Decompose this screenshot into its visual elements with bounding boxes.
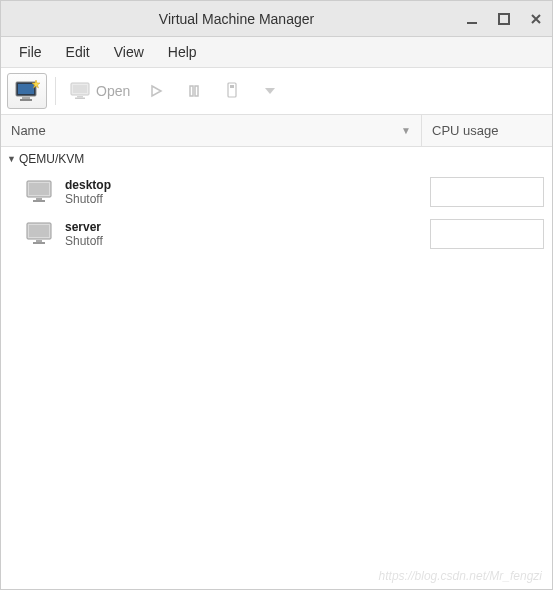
shutdown-button[interactable] — [214, 73, 250, 109]
vm-row[interactable]: server Shutoff — [1, 213, 552, 255]
monitor-icon — [70, 82, 92, 100]
menubar: File Edit View Help — [1, 37, 552, 67]
svg-marker-16 — [265, 88, 275, 94]
svg-rect-4 — [22, 97, 30, 99]
svg-rect-15 — [230, 85, 234, 88]
expand-caret-icon: ▼ — [7, 154, 19, 164]
vm-list: ▼ QEMU/KVM desktop Shutoff — [1, 147, 552, 589]
close-button[interactable] — [528, 11, 544, 27]
vm-name: server — [65, 220, 103, 234]
watermark: https://blog.csdn.net/Mr_fengzi — [379, 569, 542, 583]
svg-rect-9 — [77, 96, 83, 98]
svg-rect-0 — [467, 22, 477, 24]
close-icon — [530, 13, 542, 25]
play-icon — [149, 84, 163, 98]
menu-view[interactable]: View — [104, 40, 154, 64]
new-vm-button[interactable] — [7, 73, 47, 109]
run-button[interactable] — [138, 73, 174, 109]
svg-rect-10 — [75, 98, 85, 100]
menu-edit[interactable]: Edit — [56, 40, 100, 64]
minimize-button[interactable] — [464, 11, 480, 27]
pause-button[interactable] — [176, 73, 212, 109]
svg-rect-19 — [36, 198, 42, 200]
svg-rect-18 — [29, 183, 49, 195]
vm-status: Shutoff — [65, 234, 103, 248]
vm-row[interactable]: desktop Shutoff — [1, 171, 552, 213]
window-controls — [464, 11, 544, 27]
menu-file[interactable]: File — [9, 40, 52, 64]
shutdown-menu-button[interactable] — [252, 73, 288, 109]
pause-icon — [187, 84, 201, 98]
svg-rect-5 — [20, 99, 32, 101]
open-button[interactable]: Open — [64, 73, 136, 109]
vm-info: server Shutoff — [65, 220, 103, 248]
cpu-usage-graph — [430, 219, 544, 249]
monitor-icon — [25, 221, 55, 247]
connection-row[interactable]: ▼ QEMU/KVM — [1, 147, 552, 171]
svg-marker-11 — [152, 86, 161, 96]
vm-row-left: server Shutoff — [1, 220, 422, 248]
maximize-button[interactable] — [496, 11, 512, 27]
svg-rect-20 — [33, 200, 45, 202]
svg-rect-24 — [33, 242, 45, 244]
minimize-icon — [466, 13, 478, 25]
cpu-usage-graph — [430, 177, 544, 207]
chevron-down-icon — [265, 88, 275, 94]
column-header-cpu[interactable]: CPU usage — [422, 123, 552, 138]
column-header-cpu-label: CPU usage — [432, 123, 498, 138]
svg-rect-13 — [195, 86, 198, 96]
menu-help[interactable]: Help — [158, 40, 207, 64]
column-header-name-label: Name — [11, 123, 46, 138]
column-headers: Name ▼ CPU usage — [1, 115, 552, 147]
svg-rect-8 — [73, 85, 87, 93]
column-header-name[interactable]: Name ▼ — [1, 115, 422, 146]
monitor-new-icon — [14, 80, 40, 102]
open-label: Open — [96, 83, 130, 99]
vm-row-left: desktop Shutoff — [1, 178, 422, 206]
vm-status: Shutoff — [65, 192, 111, 206]
svg-rect-1 — [499, 14, 509, 24]
svg-rect-12 — [190, 86, 193, 96]
titlebar: Virtual Machine Manager — [1, 1, 552, 37]
vm-cpu-cell — [422, 177, 552, 207]
svg-rect-22 — [29, 225, 49, 237]
sort-caret-icon: ▼ — [401, 125, 411, 136]
vm-cpu-cell — [422, 219, 552, 249]
maximize-icon — [498, 13, 510, 25]
svg-rect-23 — [36, 240, 42, 242]
connection-name: QEMU/KVM — [19, 152, 84, 166]
vm-info: desktop Shutoff — [65, 178, 111, 206]
toolbar: Open — [1, 67, 552, 115]
monitor-icon — [25, 179, 55, 205]
toolbar-separator — [55, 77, 56, 105]
window-title: Virtual Machine Manager — [9, 11, 464, 27]
shutdown-icon — [225, 82, 239, 100]
vm-name: desktop — [65, 178, 111, 192]
svg-rect-3 — [18, 84, 34, 94]
